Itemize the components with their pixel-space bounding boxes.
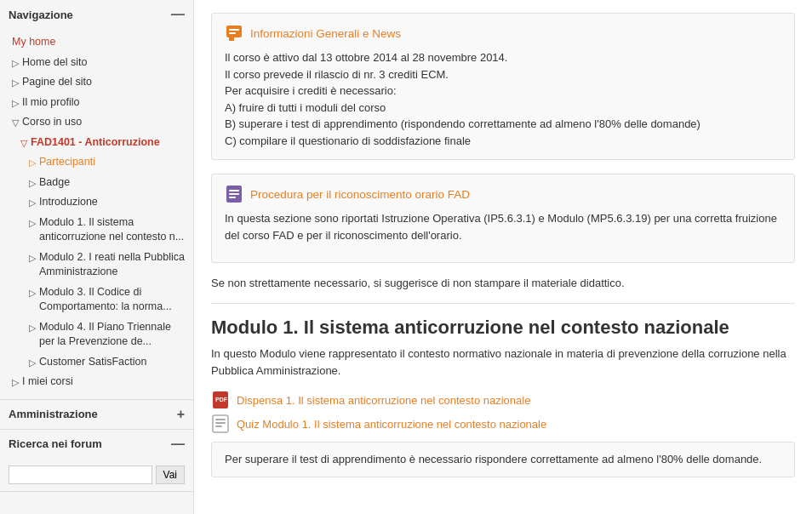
sidebar-item-modulo4[interactable]: ▷Modulo 4. Il Piano Triennale per la Pre…: [0, 317, 193, 352]
info-block-2-paragraph: In questa sezione sono riportati Istruzi…: [225, 210, 781, 243]
sidebar-item-customer-satisfaction[interactable]: ▷Customer SatisFaction: [0, 352, 193, 373]
sidebar-item-modulo2[interactable]: ▷Modulo 2. I reati nella Pubblica Ammini…: [0, 248, 193, 283]
nav-section: Navigazione — My home ▷Home del sito ▷Pa…: [0, 0, 193, 400]
sidebar-item-fad1401[interactable]: ▽ FAD1401 - Anticorruzione: [0, 133, 193, 153]
print-note: Se non strettamente necessario, si sugge…: [211, 277, 795, 289]
info-block-1-link[interactable]: Informazioni Generali e News: [250, 27, 401, 40]
info-block-1-header: Informazioni Generali e News: [225, 24, 781, 43]
search-button[interactable]: Vai: [156, 465, 185, 484]
svg-rect-0: [226, 26, 242, 37]
sidebar-item-my-home[interactable]: My home: [0, 32, 193, 53]
svg-rect-12: [215, 422, 226, 424]
pdf-icon: PDF: [211, 391, 230, 409]
nav-toggle-icon: —: [171, 7, 185, 22]
info-block-2-link[interactable]: Procedura per il riconoscimento orario F…: [250, 188, 470, 201]
search-section-container: Ricerca nei forum — Vai: [0, 430, 193, 492]
nav-items: My home ▷Home del sito ▷Pagine del sito …: [0, 29, 193, 399]
svg-text:PDF: PDF: [215, 397, 228, 403]
quiz-link[interactable]: Quiz Modulo 1. Il sistema anticorruzione…: [237, 418, 546, 431]
search-input[interactable]: [9, 465, 152, 484]
sidebar-item-i-miei-corsi[interactable]: ▷I miei corsi: [0, 372, 193, 392]
chat-icon: [225, 24, 243, 43]
svg-rect-7: [229, 197, 236, 198]
section-divider: [211, 303, 795, 304]
quiz-note: Per superare il test di apprendimento è …: [211, 442, 795, 477]
svg-rect-6: [229, 193, 239, 195]
section-modulo1: Modulo 1. Il sistema anticorruzione nel …: [211, 317, 795, 477]
admin-section: Amministrazione +: [0, 400, 193, 430]
search-toggle-icon: —: [171, 437, 185, 452]
svg-rect-2: [229, 29, 239, 31]
sidebar-item-introduzione[interactable]: ▷Introduzione: [0, 192, 193, 213]
admin-section-header[interactable]: Amministrazione +: [0, 400, 193, 429]
svg-rect-1: [229, 37, 234, 41]
sidebar-item-il-mio-profilo[interactable]: ▷Il mio profilo: [0, 93, 193, 113]
nav-section-title: Navigazione: [9, 9, 73, 21]
svg-rect-11: [215, 419, 226, 420]
sidebar-item-badge[interactable]: ▷Badge: [0, 173, 193, 193]
search-section-header[interactable]: Ricerca nei forum —: [0, 430, 193, 459]
search-form: Vai: [0, 459, 193, 491]
resource-dispensa: PDF Dispensa 1. Il sistema anticorruzion…: [211, 391, 795, 409]
svg-rect-5: [229, 190, 239, 191]
section-modulo1-title: Modulo 1. Il sistema anticorruzione nel …: [211, 317, 795, 339]
sidebar-item-home-del-sito[interactable]: ▷Home del sito: [0, 53, 193, 73]
svg-rect-13: [215, 425, 222, 427]
main-content: Informazioni Generali e News Il corso è …: [194, 0, 812, 514]
svg-rect-3: [229, 32, 236, 34]
info-block-2: Procedura per il riconoscimento orario F…: [211, 174, 795, 263]
sidebar: Navigazione — My home ▷Home del sito ▷Pa…: [0, 0, 194, 514]
quiz-note-text: Per superare il test di apprendimento è …: [225, 451, 781, 468]
sidebar-item-partecipanti[interactable]: ▷ Partecipanti: [0, 152, 193, 173]
info-block-1-text: Il corso è attivo dal 13 ottobre 2014 al…: [225, 49, 781, 149]
quiz-icon: [211, 414, 230, 433]
info-block-2-header: Procedura per il riconoscimento orario F…: [225, 185, 781, 203]
nav-section-header[interactable]: Navigazione —: [0, 0, 193, 29]
admin-toggle-icon: +: [177, 407, 185, 422]
procedure-icon: [225, 185, 243, 203]
dispensa-link[interactable]: Dispensa 1. Il sistema anticorruzione ne…: [237, 394, 530, 407]
resource-quiz: Quiz Modulo 1. Il sistema anticorruzione…: [211, 414, 795, 433]
admin-section-title: Amministrazione: [9, 408, 98, 420]
section-modulo1-desc: In questo Modulo viene rappresentato il …: [211, 346, 795, 379]
sidebar-item-corso-in-uso[interactable]: ▽Corso in uso: [0, 112, 193, 133]
sidebar-item-pagine-del-sito[interactable]: ▷Pagine del sito: [0, 72, 193, 93]
sidebar-item-modulo3[interactable]: ▷Modulo 3. Il Codice di Comportamento: l…: [0, 283, 193, 317]
info-block-1: Informazioni Generali e News Il corso è …: [211, 13, 795, 160]
search-section-title: Ricerca nei forum: [9, 437, 102, 450]
sidebar-item-modulo1[interactable]: ▷Modulo 1. Il sistema anticorruzione nel…: [0, 213, 193, 248]
